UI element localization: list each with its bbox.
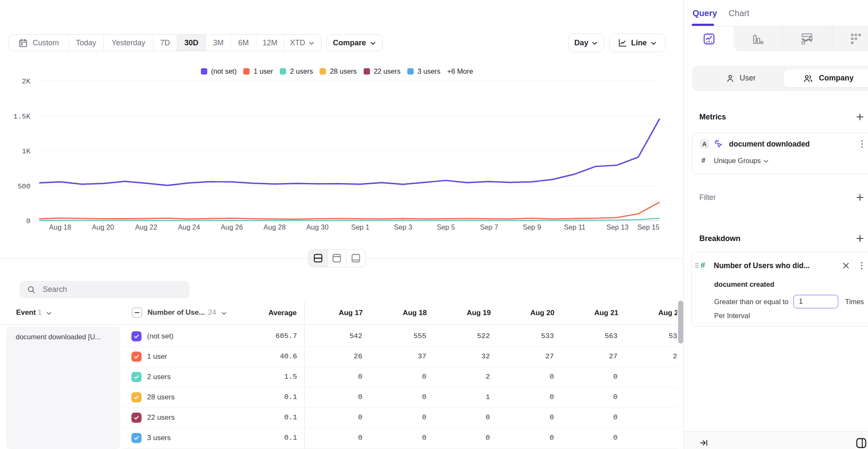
svg-text:500: 500: [17, 183, 31, 191]
svg-text:Sep 1: Sep 1: [351, 223, 369, 231]
svg-text:Sep 3: Sep 3: [394, 223, 412, 231]
svg-text:Sep 5: Sep 5: [437, 223, 455, 231]
svg-text:Sep 15: Sep 15: [637, 223, 659, 231]
svg-text:Sep 9: Sep 9: [523, 223, 541, 231]
svg-text:Sep 13: Sep 13: [606, 223, 629, 231]
svg-text:Aug 26: Aug 26: [221, 223, 243, 231]
svg-text:Sep 11: Sep 11: [564, 223, 585, 231]
svg-text:2K: 2K: [22, 78, 31, 86]
svg-text:1K: 1K: [22, 147, 31, 155]
svg-text:Aug 30: Aug 30: [306, 223, 328, 231]
svg-text:0: 0: [26, 217, 31, 225]
svg-text:Aug 18: Aug 18: [49, 223, 71, 231]
svg-text:Aug 28: Aug 28: [264, 223, 286, 231]
svg-text:Aug 20: Aug 20: [92, 223, 114, 231]
svg-text:Sep 7: Sep 7: [480, 223, 498, 231]
svg-text:1.5K: 1.5K: [13, 113, 31, 121]
svg-text:Aug 22: Aug 22: [135, 223, 157, 231]
svg-text:Aug 24: Aug 24: [178, 223, 200, 231]
